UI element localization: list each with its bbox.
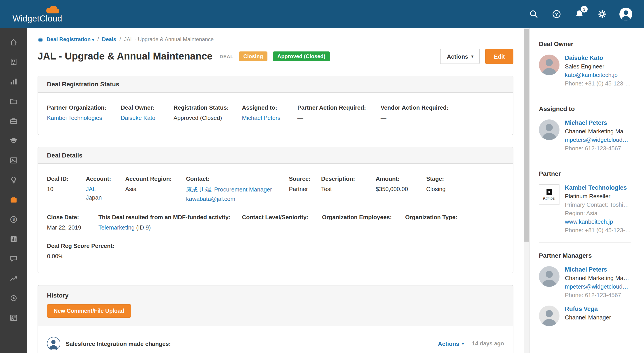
- person-phone: Phone: +81 (0) 45-123-…: [565, 80, 630, 87]
- brand-logo[interactable]: WidgetCloud: [12, 5, 62, 23]
- person-name-link[interactable]: Daisuke Kato: [565, 55, 630, 61]
- building-icon: [10, 58, 18, 66]
- title-row: JAL - Upgrade & Annual Maintenance DEAL …: [38, 49, 514, 64]
- settings-button[interactable]: [596, 9, 607, 19]
- page-title: JAL - Upgrade & Annual Maintenance: [38, 51, 212, 62]
- field-organization-employees: Organization Employees: —: [322, 214, 405, 231]
- main-content: Deal Registration ▾ / Deals / JAL - Upgr…: [27, 28, 524, 353]
- partner-website-link[interactable]: www.kanbeitech.jp: [565, 218, 630, 225]
- search-button[interactable]: [528, 9, 539, 19]
- section-heading: Assigned to: [539, 105, 630, 112]
- field-organization-type: Organization Type: —: [405, 214, 504, 231]
- field-registration-status: Registration Status: Approved (Closed): [174, 104, 242, 121]
- history-card: History New Comment/File Upload Salesfor…: [38, 285, 514, 353]
- notifications-button[interactable]: 3: [574, 9, 584, 19]
- sidebar-item-training[interactable]: [0, 131, 27, 150]
- profile-card: Michael Peters Channel Marketing Ma… mpe…: [539, 266, 630, 298]
- sidebar-item-organizations[interactable]: [0, 52, 27, 72]
- mdf-activity-link[interactable]: Telemarketing: [98, 224, 134, 231]
- help-button[interactable]: ?: [551, 9, 562, 19]
- person-name-link[interactable]: Rufus Vega: [565, 305, 611, 312]
- field-close-date: Close Date: Mar 22, 2019: [47, 214, 98, 231]
- sidebar-item-toolbox[interactable]: [0, 111, 27, 131]
- registration-status-card: Deal Registration Status Partner Organiz…: [38, 76, 514, 135]
- partner-phone: Phone: +81 (0) 45-123-…: [565, 227, 630, 234]
- app-window: WidgetCloud ? 3: [0, 0, 644, 353]
- history-entry: Salesforce Integration made changes: Act…: [47, 337, 504, 350]
- sidebar-item-contacts[interactable]: [0, 308, 27, 327]
- deal-owner-link[interactable]: Daisuke Kato: [121, 115, 169, 121]
- deal-owner-section: Deal Owner Daisuke Kato Sales Engineer k…: [539, 40, 630, 87]
- caret-down-icon: ▾: [462, 341, 464, 345]
- sidebar-item-reports[interactable]: [0, 229, 27, 249]
- history-entry-author: Salesforce Integration made changes:: [66, 340, 171, 347]
- field-assigned-to: Assigned to: Michael Peters: [242, 104, 298, 121]
- person-role: Sales Engineer: [565, 63, 630, 70]
- bar-chart-icon: [10, 77, 18, 86]
- profile-card: Daisuke Kato Sales Engineer kato@kambeit…: [539, 55, 630, 87]
- actions-button[interactable]: Actions▾: [440, 49, 480, 64]
- person-name-link[interactable]: Michael Peters: [565, 266, 629, 273]
- card-title: History: [47, 292, 504, 299]
- history-actions-button[interactable]: Actions▾: [438, 340, 464, 347]
- deal-details-card: Deal Details Deal ID: 10 Account: JAL Ja…: [38, 147, 514, 273]
- svg-text:?: ?: [555, 12, 558, 17]
- person-name-link[interactable]: Michael Peters: [565, 119, 629, 126]
- sidebar-item-payments[interactable]: $: [0, 209, 27, 229]
- sidebar-item-home[interactable]: [0, 32, 27, 52]
- svg-text:$: $: [12, 217, 15, 221]
- image-icon: [10, 156, 18, 164]
- contact-email-link[interactable]: kawabata@jal.com: [186, 196, 284, 202]
- user-avatar-icon[interactable]: [620, 8, 632, 20]
- home-icon: [10, 38, 18, 46]
- dollar-circle-icon: $: [10, 215, 18, 223]
- section-heading: Partner Managers: [539, 252, 630, 259]
- edit-button[interactable]: Edit: [486, 49, 514, 64]
- chart-box-icon: [10, 235, 18, 243]
- account-link[interactable]: JAL: [86, 186, 121, 192]
- person-role: Channel Manager: [565, 314, 611, 321]
- person-email-link[interactable]: mpeters@widgetcloud…: [565, 283, 629, 290]
- sidebar-item-analytics[interactable]: [0, 72, 27, 91]
- lightbulb-icon: [10, 176, 18, 184]
- partner-section: Partner Kambei Kambei Technologies Plati…: [539, 170, 630, 234]
- card-title: Deal Registration Status: [38, 76, 513, 93]
- sidebar-item-ideas[interactable]: [0, 170, 27, 190]
- assigned-to-link[interactable]: Michael Peters: [242, 115, 293, 121]
- field-description: Description: Test: [321, 175, 376, 202]
- assigned-to-section: Assigned to Michael Peters Channel Marke…: [539, 105, 630, 152]
- breadcrumb-root-link[interactable]: Deal Registration ▾: [46, 36, 94, 43]
- sidebar-item-media-library[interactable]: [0, 150, 27, 170]
- partner-logo-mark: [546, 189, 552, 195]
- person-email-link[interactable]: mpeters@widgetcloud…: [565, 136, 629, 143]
- search-icon: [529, 9, 538, 19]
- partner-card: Kambei Kambei Technologies Platinum Rese…: [539, 184, 630, 234]
- field-deal-reg-score: Deal Reg Score Percent: 0.00%: [47, 242, 504, 259]
- partner-organization-link[interactable]: Kambei Technologies: [47, 115, 116, 121]
- new-comment-button[interactable]: New Comment/File Upload: [47, 304, 131, 318]
- contact-link[interactable]: 康成 川端, Procurement Manager: [186, 186, 284, 194]
- sidebar-item-deal-registration[interactable]: [0, 190, 27, 209]
- sidebar-item-performance[interactable]: [0, 268, 27, 288]
- profile-card: Rufus Vega Channel Manager: [539, 305, 630, 326]
- integration-avatar: [47, 337, 60, 350]
- person-email-link[interactable]: kato@kambeitech.jp: [565, 72, 630, 78]
- divider: [539, 96, 630, 96]
- main-scrollbar[interactable]: [524, 28, 530, 353]
- breadcrumb-deals-link[interactable]: Deals: [102, 36, 116, 43]
- field-deal-id: Deal ID: 10: [47, 175, 86, 202]
- partner-name-link[interactable]: Kambei Technologies: [565, 184, 630, 191]
- sidebar-item-files[interactable]: [0, 91, 27, 111]
- partner-managers-section: Partner Managers Michael Peters Channel …: [539, 252, 630, 326]
- avatar: [539, 266, 560, 287]
- history-entry-time: 14 days ago: [472, 340, 504, 347]
- field-account-region: Account Region: Asia: [125, 175, 186, 202]
- notification-badge: 3: [581, 6, 588, 13]
- contact-card-icon: [10, 313, 18, 322]
- field-vendor-action-required: Vendor Action Required: —: [380, 104, 504, 121]
- sidebar-item-messages[interactable]: [0, 249, 27, 268]
- scrollbar-thumb[interactable]: [524, 29, 529, 242]
- field-amount: Amount: $350,000.00: [376, 175, 426, 202]
- sidebar-item-targets[interactable]: [0, 288, 27, 308]
- trending-up-icon: [10, 274, 18, 282]
